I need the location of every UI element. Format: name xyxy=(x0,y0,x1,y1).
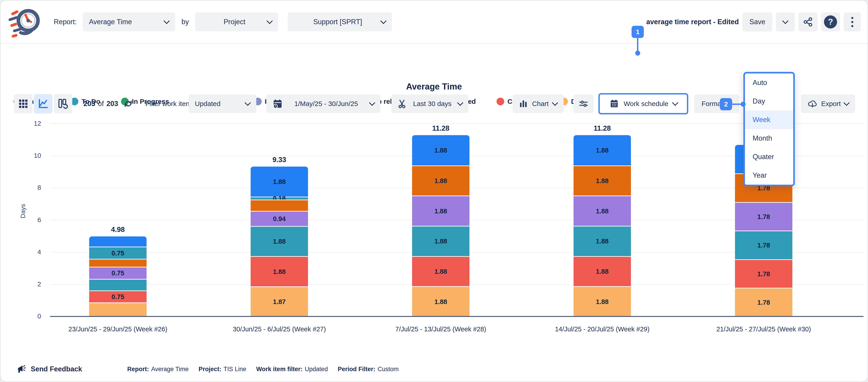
share-nodes-icon xyxy=(803,17,813,27)
bar-total-label: 11.28 xyxy=(412,124,469,133)
bar-segment-on-hold[interactable]: 1.88 xyxy=(251,167,308,197)
more-actions-button[interactable] xyxy=(844,12,861,31)
document-title: average time report - Edited xyxy=(646,18,739,26)
chart-type-select[interactable]: Chart xyxy=(513,94,564,113)
x-axis-category-label: 23/Jun/25 - 29/Jun/25 (Week #26) xyxy=(37,325,199,333)
chevron-down-icon xyxy=(552,100,558,106)
bar-segment-on-review[interactable]: 1.88 xyxy=(412,166,469,196)
quick-range-select[interactable]: Last 30 days xyxy=(391,94,468,113)
y-tick-label: 10 xyxy=(5,152,41,159)
bar-segment-abandoned[interactable]: 1.88 xyxy=(574,226,631,256)
toolbar: 203 of 203 Filter work items: Updated xyxy=(0,44,868,73)
board-view-toggle[interactable] xyxy=(54,94,72,114)
megaphone-icon xyxy=(17,364,27,374)
by-label: by xyxy=(182,18,189,26)
summary-label: Project: xyxy=(199,366,221,373)
y-tick-label: 4 xyxy=(5,248,41,256)
chart-title: Average Time xyxy=(0,82,868,92)
bar-segment-cancelled[interactable]: 1.78 xyxy=(735,259,793,288)
bar-segment-ready-to-release[interactable]: 1.88 xyxy=(412,196,469,226)
bar-segment-cancelled[interactable]: 0.75 xyxy=(89,290,147,302)
send-feedback-button[interactable]: Send Feedback xyxy=(17,364,82,374)
date-range-select[interactable]: 1/May/25 - 30/Jun/25 xyxy=(266,94,380,113)
save-button[interactable]: Save xyxy=(742,12,772,31)
segment-value-label: 1.88 xyxy=(412,146,469,154)
bar-segment-on-hold[interactable]: 1.88 xyxy=(574,135,631,166)
bar-segment-abandoned[interactable]: 1.88 xyxy=(412,226,469,256)
bar-segment-on-hold[interactable] xyxy=(89,236,147,246)
interval-option-month[interactable]: Month xyxy=(745,129,793,148)
save-options-button[interactable] xyxy=(776,12,795,31)
bar-segment-ready-to-release[interactable]: 0.75 xyxy=(89,267,147,279)
bar-segment-abandoned[interactable]: 1.88 xyxy=(251,226,308,256)
callout-step-1-dot xyxy=(635,51,640,56)
grid-view-toggle[interactable] xyxy=(14,94,32,114)
segment-value-label: 0.75 xyxy=(89,249,147,257)
bar-segment-done[interactable]: 1.88 xyxy=(574,286,631,317)
export-label: Export xyxy=(821,100,841,108)
report-type-select[interactable]: Average Time xyxy=(83,12,175,31)
callout-step-1-badge: 1 xyxy=(631,26,644,38)
date-range-value: 1/May/25 - 30/Jun/25 xyxy=(294,100,358,108)
stacked-bar-week-4[interactable]: 1.881.881.881.881.881.88 xyxy=(574,135,631,317)
bar-chart-icon xyxy=(519,99,528,108)
share-button[interactable] xyxy=(799,12,817,31)
summary-item: Period Filter:Custom xyxy=(338,366,399,373)
x-axis-category-label: 14/Jul/25 - 20/Jul/25 (Week #29) xyxy=(521,325,683,333)
work-schedule-label: Work schedule xyxy=(624,100,669,108)
stacked-bar-week-3[interactable]: 1.881.881.881.881.881.88 xyxy=(412,135,469,317)
calendar-icon xyxy=(609,99,619,109)
bar-segment-abandoned[interactable] xyxy=(89,279,147,290)
app-logo-speeding-clock-icon xyxy=(7,5,41,39)
bar-segment-on-review[interactable] xyxy=(251,200,308,211)
interval-option-year[interactable]: Year xyxy=(745,166,793,185)
bar-segment-on-hold[interactable]: 1.88 xyxy=(412,135,469,166)
bar-segment-cancelled[interactable]: 1.88 xyxy=(574,256,631,286)
x-axis-category-label: 30/Jun/25 - 6/Jul/25 (Week #27) xyxy=(198,325,361,333)
summary-value: TIS Line xyxy=(223,366,246,373)
header: Report: Average Time by Project Support … xyxy=(0,0,868,43)
segment-value-label: 1.88 xyxy=(574,238,631,245)
bar-segment-done[interactable]: 1.87 xyxy=(251,286,308,317)
chart-view-toggle[interactable] xyxy=(34,94,52,114)
interval-option-auto[interactable]: Auto xyxy=(745,74,793,92)
project-select[interactable]: Support [SPRT] xyxy=(288,12,392,31)
work-item-count: 203 of 203 xyxy=(84,94,133,113)
bar-segment-cancelled[interactable]: 1.88 xyxy=(412,256,469,286)
bar-segment-done[interactable] xyxy=(89,302,147,317)
bar-segment-ready-to-release[interactable]: 1.78 xyxy=(735,202,793,231)
segment-value-label: 1.88 xyxy=(574,268,631,275)
segment-value-label: 1.78 xyxy=(735,270,793,277)
segment-value-label: 1.88 xyxy=(412,298,469,305)
count-total: 203 xyxy=(106,100,118,108)
bar-segment-done[interactable]: 1.78 xyxy=(735,288,793,317)
stacked-bar-week-1[interactable]: 0.750.750.75 xyxy=(89,236,147,317)
bar-segment-on-review[interactable]: 1.88 xyxy=(574,166,631,196)
stacked-bar-week-2[interactable]: 1.880.180.941.881.881.87 xyxy=(251,167,308,317)
segment-value-label: 1.87 xyxy=(251,298,308,305)
bar-segment-ready-to-release[interactable]: 0.94 xyxy=(251,211,308,226)
summary-value: Updated xyxy=(305,366,328,373)
bar-segment-to-do[interactable]: 0.75 xyxy=(89,246,147,259)
bar-segment-ready-to-release[interactable]: 1.88 xyxy=(574,196,631,226)
bar-segment-abandoned[interactable]: 1.78 xyxy=(735,231,793,259)
filter-field-select[interactable]: Updated xyxy=(189,94,256,113)
export-button[interactable]: Export xyxy=(801,94,855,113)
bar-total-label: 4.98 xyxy=(89,226,147,234)
segment-value-label: 1.88 xyxy=(412,207,469,215)
bar-segment-done[interactable]: 1.88 xyxy=(412,286,469,317)
interval-option-day[interactable]: Day xyxy=(745,92,793,111)
bar-segment-to-do[interactable]: 0.18 xyxy=(251,197,308,200)
bar-segment-cancelled[interactable]: 1.88 xyxy=(251,256,308,286)
vertical-ellipsis-icon xyxy=(851,17,853,27)
bar-segment-on-review[interactable] xyxy=(89,259,147,267)
x-axis-category-label: 7/Jul/25 - 13/Jul/25 (Week #28) xyxy=(360,325,522,333)
interval-option-quater[interactable]: Quater xyxy=(745,148,793,166)
chart-settings-button[interactable] xyxy=(574,94,593,113)
report-summary: Report:Average TimeProject:TIS LineWork … xyxy=(127,366,399,373)
work-schedule-button[interactable]: Work schedule xyxy=(598,93,688,114)
help-button[interactable]: ? xyxy=(821,12,840,31)
group-by-select[interactable]: Project xyxy=(195,12,278,31)
interval-option-week[interactable]: Week xyxy=(745,111,793,129)
refresh-arrows-icon[interactable] xyxy=(123,98,133,109)
